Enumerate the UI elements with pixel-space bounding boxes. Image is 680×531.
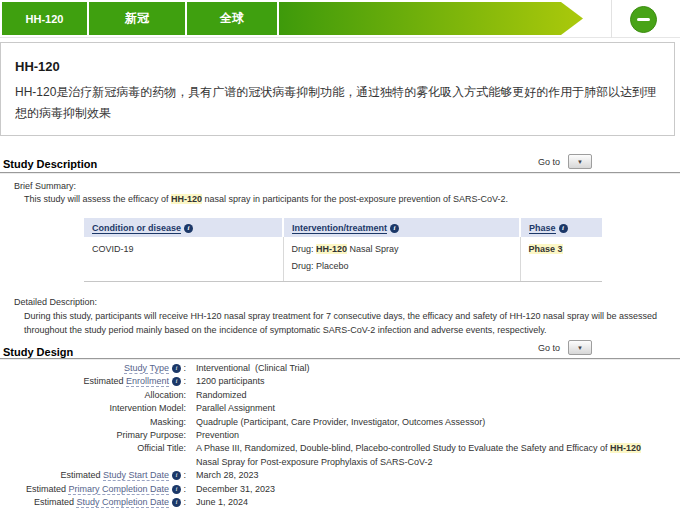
study-design-list: Study Typei : Interventional (Clinical T… xyxy=(0,362,672,509)
goto-dropdown-button[interactable]: ▼ xyxy=(568,154,592,169)
row-intervention-model: Intervention Model: Parallel Assignment xyxy=(0,402,672,415)
study-type-link[interactable]: Study Type xyxy=(124,363,169,374)
brief-summary-pre: This study will assess the efficacy of xyxy=(24,194,171,204)
card-description: HH-120是治疗新冠病毒的药物，具有广谱的冠状病毒抑制功能，通过独特的雾化吸入… xyxy=(15,82,663,124)
row-label: Estimated Enrollmenti : xyxy=(0,375,186,388)
row-value: Prevention xyxy=(186,429,239,442)
phase-cell: Phase 3 xyxy=(520,237,602,281)
row-value: 1200 participants xyxy=(186,375,265,388)
goto-label: Go to xyxy=(538,157,560,167)
goto-control-study-design: Go to ▼ xyxy=(538,340,592,355)
row-label: Estimated Study Start Datei : xyxy=(0,469,186,482)
detailed-description-text: During this study, participants will rec… xyxy=(24,310,660,337)
top-breadcrumb-bar: HH-120 新冠 全球 xyxy=(0,0,680,38)
row-official-title: Official Title: A Phase III, Randomized,… xyxy=(0,442,672,469)
label-prefix: Estimated xyxy=(83,376,126,386)
section-divider xyxy=(0,172,680,174)
row-value: A Phase III, Randomized, Double-blind, P… xyxy=(186,442,644,469)
info-icon[interactable]: i xyxy=(172,377,181,386)
goto-dropdown-button[interactable]: ▼ xyxy=(568,340,592,355)
drug-summary-card: HH-120 HH-120是治疗新冠病毒的药物，具有广谱的冠状病毒抑制功能，通过… xyxy=(0,42,675,136)
topbar-segment-hh120[interactable]: HH-120 xyxy=(2,2,87,35)
table-header-row: Condition or diseasei Intervention/treat… xyxy=(84,218,602,237)
condition-cell: COVID-19 xyxy=(84,237,283,281)
header-intervention: Intervention/treatmenti xyxy=(283,218,520,237)
intervention-drug-2: Drug: Placebo xyxy=(292,261,512,271)
title-pre: A Phase III, Randomized, Double-blind, P… xyxy=(196,443,610,453)
intervention-cell: Drug: HH-120 Nasal Spray Drug: Placebo xyxy=(283,237,520,281)
row-enrollment: Estimated Enrollmenti : 1200 participant… xyxy=(0,375,672,388)
row-label: Allocation: xyxy=(0,389,186,402)
info-icon[interactable]: i xyxy=(184,224,193,233)
drug-name-highlight: HH-120 xyxy=(171,194,202,204)
phase-badge: Phase 3 xyxy=(529,244,563,254)
info-icon[interactable]: i xyxy=(172,471,181,480)
row-value: Parallel Assignment xyxy=(186,402,275,415)
label-prefix: Estimated xyxy=(26,484,69,494)
row-label: Masking: xyxy=(0,416,186,429)
study-start-date-link[interactable]: Study Start Date xyxy=(103,470,169,481)
table-row: COVID-19 Drug: HH-120 Nasal Spray Drug: … xyxy=(84,237,602,281)
row-value: Randomized xyxy=(186,389,247,402)
phase-header-link[interactable]: Phase xyxy=(529,223,556,234)
topbar-divider xyxy=(611,0,612,38)
detailed-description-label: Detailed Description: xyxy=(14,297,97,307)
info-icon[interactable]: i xyxy=(559,224,568,233)
collapse-minus-button[interactable] xyxy=(630,6,657,33)
header-condition: Condition or diseasei xyxy=(84,218,283,237)
brief-summary-label: Brief Summary: xyxy=(14,181,76,191)
card-title: HH-120 xyxy=(15,59,660,74)
study-design-heading: Study Design xyxy=(3,346,73,358)
conditions-table: Condition or diseasei Intervention/treat… xyxy=(84,218,602,282)
goto-label: Go to xyxy=(538,343,560,353)
row-value: Interventional (Clinical Trial) xyxy=(186,362,310,375)
row-primary-purpose: Primary Purpose: Prevention xyxy=(0,429,672,442)
brief-summary-text: This study will assess the efficacy of H… xyxy=(24,194,654,204)
page: HH-120 新冠 全球 HH-120 HH-120是治疗新冠病毒的药物，具有广… xyxy=(0,0,680,531)
row-label: Estimated Study Completion Datei : xyxy=(0,496,186,509)
primary-completion-date-link[interactable]: Primary Completion Date xyxy=(68,484,169,495)
topbar-segment-xinguan[interactable]: 新冠 xyxy=(89,2,185,35)
goto-control-study-description: Go to ▼ xyxy=(538,154,592,169)
study-description-heading: Study Description xyxy=(3,158,97,170)
row-label: Intervention Model: xyxy=(0,402,186,415)
label-prefix: Estimated xyxy=(34,497,77,507)
minus-icon xyxy=(637,18,650,21)
row-study-completion-date: Estimated Study Completion Datei : June … xyxy=(0,496,672,509)
drug-name-highlight: HH-120 xyxy=(316,244,347,254)
drug-suffix: Nasal Spray xyxy=(347,244,399,254)
row-value: December 31, 2023 xyxy=(186,483,275,496)
topbar-segment-label: 新冠 xyxy=(125,10,149,27)
info-icon[interactable]: i xyxy=(172,498,181,507)
study-completion-date-link[interactable]: Study Completion Date xyxy=(76,497,169,508)
row-label: Primary Purpose: xyxy=(0,429,186,442)
chevron-down-icon: ▼ xyxy=(577,345,583,351)
info-icon[interactable]: i xyxy=(390,224,399,233)
condition-header-link[interactable]: Condition or disease xyxy=(92,223,181,234)
row-value: Quadruple (Participant, Care Provider, I… xyxy=(186,416,485,429)
info-icon[interactable]: i xyxy=(172,485,181,494)
row-start-date: Estimated Study Start Datei : March 28, … xyxy=(0,469,672,482)
topbar-segment-quanqiu[interactable]: 全球 xyxy=(187,2,277,35)
brief-summary-post: nasal spray in participants for the post… xyxy=(202,194,508,204)
intervention-drug-1: Drug: HH-120 Nasal Spray xyxy=(292,244,512,254)
topbar-segment-label: 全球 xyxy=(220,10,244,27)
row-primary-completion-date: Estimated Primary Completion Datei : Dec… xyxy=(0,483,672,496)
intervention-header-link[interactable]: Intervention/treatment xyxy=(292,223,387,234)
drug-prefix: Drug: xyxy=(292,244,317,254)
row-label: Official Title: xyxy=(0,442,186,455)
section-divider xyxy=(0,358,680,360)
label-prefix: Estimated xyxy=(60,470,103,480)
drug-name-highlight: HH-120 xyxy=(610,443,641,453)
row-value: March 28, 2023 xyxy=(186,469,259,482)
row-study-type: Study Typei : Interventional (Clinical T… xyxy=(0,362,672,375)
info-icon[interactable]: i xyxy=(172,364,181,373)
header-phase: Phasei xyxy=(520,218,602,237)
row-masking: Masking: Quadruple (Participant, Care Pr… xyxy=(0,416,672,429)
row-label: Study Typei : xyxy=(0,362,186,375)
chevron-down-icon: ▼ xyxy=(577,159,583,165)
topbar-segment-label: HH-120 xyxy=(26,13,64,25)
progress-arrow-banner xyxy=(279,2,583,35)
enrollment-link[interactable]: Enrollment xyxy=(126,376,169,387)
row-value: June 1, 2024 xyxy=(186,496,248,509)
